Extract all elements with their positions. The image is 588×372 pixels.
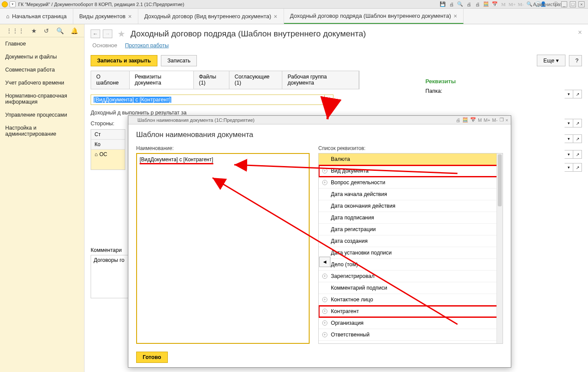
dialog-calc-icon[interactable]: 🧮: [462, 117, 468, 123]
sidebar-item-main[interactable]: Главное: [0, 37, 84, 50]
doctab-about[interactable]: О шаблоне: [91, 71, 130, 89]
scrollbar[interactable]: [497, 153, 503, 343]
sidebar-item-collab[interactable]: Совместная работа: [0, 63, 84, 76]
save-button[interactable]: Записать: [161, 55, 197, 66]
expand-icon[interactable]: +: [322, 180, 327, 185]
done-button[interactable]: Готово: [136, 352, 168, 363]
save-icon[interactable]: 💾: [440, 1, 446, 7]
maximize-button[interactable]: □: [570, 1, 576, 7]
list-item[interactable]: Дата начала действия: [319, 189, 503, 200]
history-icon[interactable]: ↺: [44, 27, 49, 34]
more-button[interactable]: Еще ▾: [537, 55, 565, 66]
field-open[interactable]: ↗: [573, 90, 582, 98]
list-item[interactable]: Дата окончания действия: [319, 200, 503, 212]
sidebar-item-time[interactable]: Учет рабочего времени: [0, 76, 84, 89]
content-close-icon[interactable]: ×: [578, 29, 582, 36]
close-button[interactable]: ×: [578, 1, 585, 7]
list-item[interactable]: +Вопрос деятельности: [319, 177, 503, 189]
forward-button[interactable]: →: [103, 29, 112, 38]
print2-icon[interactable]: 🖨: [466, 1, 472, 7]
info-icon[interactable]: ⓘ: [552, 1, 559, 7]
user-label[interactable]: 👤 Администратор: [544, 1, 550, 7]
expand-icon[interactable]: +: [322, 168, 327, 173]
home-tab[interactable]: ⌂ Начальная страница: [0, 9, 73, 24]
print-icon[interactable]: 🖨: [448, 1, 454, 7]
subtab-main[interactable]: Основное: [92, 42, 117, 49]
tab-income-contract[interactable]: Доходный договор (Вид внутреннего докуме…: [138, 9, 284, 24]
expand-icon[interactable]: +: [322, 309, 327, 314]
back-button[interactable]: ←: [91, 29, 100, 38]
dialog-calendar-icon[interactable]: 📅: [470, 117, 476, 123]
field-dd[interactable]: ▼: [565, 90, 573, 98]
close-icon[interactable]: ×: [274, 13, 277, 20]
sidebar-item-ref[interactable]: Нормативно-справочная информация: [0, 89, 84, 108]
field-open[interactable]: ↗: [573, 134, 582, 143]
list-item[interactable]: Дата установки подписи: [319, 247, 503, 259]
field-open[interactable]: ↗: [573, 119, 582, 127]
scrollbar-thumb[interactable]: [498, 154, 502, 206]
insert-button[interactable]: ◄: [319, 257, 330, 267]
sidebar-item-admin[interactable]: Настройка и администрирование: [0, 121, 84, 140]
favorite-icon[interactable]: ★: [118, 29, 125, 39]
calc-icon[interactable]: 🧮: [483, 1, 489, 7]
tab-document-types[interactable]: Виды документов ×: [73, 9, 138, 24]
m-icon[interactable]: M: [500, 1, 506, 7]
calendar-icon[interactable]: 📅: [492, 1, 498, 7]
apps-icon[interactable]: ⋮⋮⋮: [6, 27, 24, 34]
zoom-icon[interactable]: 🔍: [526, 1, 532, 7]
field-dd[interactable]: ▼: [565, 119, 573, 127]
dialog-close-icon[interactable]: ×: [506, 117, 508, 123]
m-minus-icon[interactable]: M-: [518, 1, 524, 7]
dialog-print-icon[interactable]: 🖨: [456, 117, 461, 123]
name-template-field[interactable]: [ВидДокумента] с [Контрагент]: [91, 95, 325, 105]
row-main[interactable]: ⌂ ОС: [91, 150, 125, 159]
doctab-workgroup[interactable]: Рабочая группа документа: [282, 71, 359, 89]
dialog-mplus-icon[interactable]: M+: [483, 117, 490, 123]
dialog-restore-icon[interactable]: ❐: [500, 117, 504, 123]
expand-icon[interactable]: +: [322, 274, 327, 279]
field-dd[interactable]: ▼: [565, 150, 573, 159]
expand-icon[interactable]: +: [322, 320, 327, 326]
list-item[interactable]: +Вид документа: [319, 165, 503, 177]
list-item[interactable]: +Ответственный: [319, 329, 503, 341]
list-item[interactable]: Комментарий подписи: [319, 282, 503, 294]
field-open[interactable]: ↗: [573, 150, 582, 159]
preview-icon[interactable]: 🔍: [457, 1, 463, 7]
print3-icon[interactable]: 🖨: [474, 1, 480, 7]
tab-income-contract-template[interactable]: Доходный договор подряда (Шаблон внутрен…: [284, 9, 464, 24]
doctab-requisites[interactable]: Реквизиты документа: [130, 71, 194, 89]
close-icon[interactable]: ×: [454, 13, 457, 20]
list-item[interactable]: +Дело (том): [319, 259, 503, 271]
name-textarea[interactable]: [ВидДокумента] с [Контрагент]: [136, 153, 310, 344]
comment-field[interactable]: Договоры го: [91, 255, 134, 298]
save-close-button[interactable]: Записать и закрыть: [91, 55, 157, 66]
field-dd[interactable]: ▼: [565, 134, 573, 143]
subtab-log[interactable]: Протокол работы: [125, 42, 169, 49]
list-item[interactable]: Валюта: [319, 153, 503, 165]
requisites-list[interactable]: Валюта+Вид документа+Вопрос деятельности…: [318, 153, 503, 344]
list-item[interactable]: +Контактное лицо: [319, 294, 503, 306]
name-expand-button[interactable]: ▾: [325, 95, 333, 105]
expand-icon[interactable]: +: [322, 297, 327, 302]
sidebar-item-process[interactable]: Управление процессами: [0, 108, 84, 121]
list-item[interactable]: Дата регистрации: [319, 224, 503, 235]
sidebar-item-docs[interactable]: Документы и файлы: [0, 50, 84, 63]
bell-icon[interactable]: 🔔: [71, 27, 78, 34]
list-item[interactable]: Дата создания: [319, 235, 503, 247]
field-open[interactable]: ↗: [573, 163, 582, 172]
list-item[interactable]: +Контрагент: [319, 306, 503, 317]
m-plus-icon[interactable]: M+: [509, 1, 515, 7]
list-item[interactable]: Дата подписания: [319, 212, 503, 224]
close-icon[interactable]: ×: [128, 13, 131, 20]
list-item[interactable]: +Организация: [319, 317, 503, 329]
star-icon[interactable]: ★: [31, 27, 37, 34]
doctab-approvers[interactable]: Согласующие (1): [229, 71, 282, 89]
help-button[interactable]: ?: [569, 55, 582, 66]
dialog-m-icon[interactable]: M: [478, 117, 482, 123]
app-menu-dropdown[interactable]: [10, 1, 16, 7]
search-icon[interactable]: 🔍: [56, 27, 64, 34]
minimize-button[interactable]: _: [561, 1, 567, 7]
list-item[interactable]: +Зарегистрировал: [319, 271, 503, 282]
expand-icon[interactable]: +: [322, 332, 327, 337]
dialog-mminus-icon[interactable]: M-: [492, 117, 498, 123]
